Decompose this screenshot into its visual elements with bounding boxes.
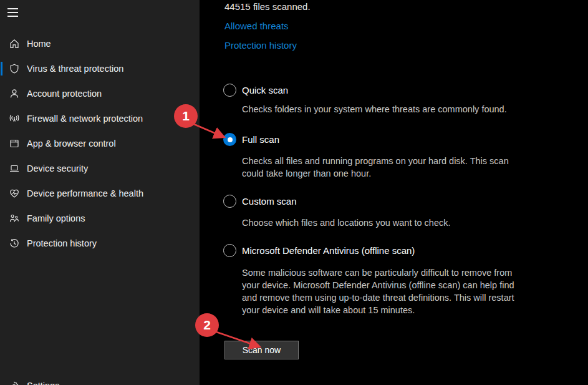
laptop-icon bbox=[9, 163, 20, 174]
sidebar-item-settings[interactable]: Settings bbox=[9, 379, 133, 385]
custom-scan-radio[interactable] bbox=[223, 195, 236, 208]
quick-scan-radio[interactable] bbox=[223, 84, 236, 97]
full-scan-radio[interactable] bbox=[223, 133, 236, 146]
quick-scan-label[interactable]: Quick scan bbox=[242, 85, 288, 95]
full-scan-label[interactable]: Full scan bbox=[242, 134, 279, 145]
sidebar: Home Virus & threat protection Account p… bbox=[0, 0, 200, 385]
sidebar-item-protection-history[interactable]: Protection history bbox=[0, 231, 200, 256]
annotation-step-2-badge: 2 bbox=[195, 313, 219, 337]
sidebar-item-label: Account protection bbox=[27, 89, 102, 99]
custom-scan-label[interactable]: Custom scan bbox=[242, 196, 297, 207]
sidebar-item-label: Firewall & network protection bbox=[27, 114, 143, 124]
sidebar-item-device-security[interactable]: Device security bbox=[0, 156, 200, 181]
clock-history-icon bbox=[9, 238, 20, 249]
sidebar-item-label: Virus & threat protection bbox=[27, 64, 123, 74]
full-scan-description: Checks all files and running programs on… bbox=[242, 155, 541, 180]
home-icon bbox=[9, 38, 20, 49]
sidebar-item-app-browser-control[interactable]: App & browser control bbox=[0, 131, 200, 156]
shield-icon bbox=[9, 63, 20, 74]
heart-pulse-icon bbox=[9, 188, 20, 199]
defender-offline-scan-label[interactable]: Microsoft Defender Antivirus (offline sc… bbox=[242, 245, 415, 256]
defender-offline-scan-description: Some malicious software can be particula… bbox=[242, 266, 541, 316]
sidebar-item-account-protection[interactable]: Account protection bbox=[0, 81, 200, 106]
sidebar-item-virus-threat-protection[interactable]: Virus & threat protection bbox=[0, 56, 200, 81]
family-icon bbox=[9, 213, 20, 224]
custom-scan-description: Choose which files and locations you wan… bbox=[242, 217, 541, 229]
sidebar-item-label: Device security bbox=[27, 163, 88, 173]
sidebar-item-label: Family options bbox=[27, 213, 85, 223]
defender-offline-scan-radio[interactable] bbox=[223, 244, 236, 257]
scan-status-text: 44515 files scanned. bbox=[224, 1, 311, 12]
sidebar-item-firewall-network-protection[interactable]: Firewall & network protection bbox=[0, 106, 200, 131]
network-signal-icon bbox=[9, 113, 20, 124]
hamburger-menu-icon[interactable] bbox=[7, 8, 18, 17]
scan-now-button[interactable]: Scan now bbox=[224, 341, 299, 359]
allowed-threats-link[interactable]: Allowed threats bbox=[224, 21, 289, 31]
sidebar-item-label: Settings bbox=[27, 381, 59, 385]
quick-scan-description: Checks folders in your system where thre… bbox=[242, 103, 541, 115]
sidebar-item-device-performance-health[interactable]: Device performance & health bbox=[0, 181, 200, 206]
app-window-icon bbox=[9, 138, 20, 149]
person-icon bbox=[9, 88, 20, 99]
protection-history-link[interactable]: Protection history bbox=[224, 40, 297, 51]
sidebar-item-label: Device performance & health bbox=[27, 188, 143, 198]
sidebar-item-home[interactable]: Home bbox=[0, 31, 200, 56]
annotation-step-1-badge: 1 bbox=[174, 104, 198, 128]
windows-security-window: Home Virus & threat protection Account p… bbox=[0, 0, 588, 385]
sidebar-item-family-options[interactable]: Family options bbox=[0, 206, 200, 231]
gear-icon bbox=[9, 381, 19, 385]
sidebar-item-label: Home bbox=[27, 39, 51, 49]
sidebar-item-label: Protection history bbox=[27, 238, 97, 248]
main-content: 44515 files scanned. Allowed threats Pro… bbox=[200, 0, 588, 385]
sidebar-nav: Home Virus & threat protection Account p… bbox=[0, 31, 200, 256]
sidebar-item-label: App & browser control bbox=[27, 139, 116, 149]
